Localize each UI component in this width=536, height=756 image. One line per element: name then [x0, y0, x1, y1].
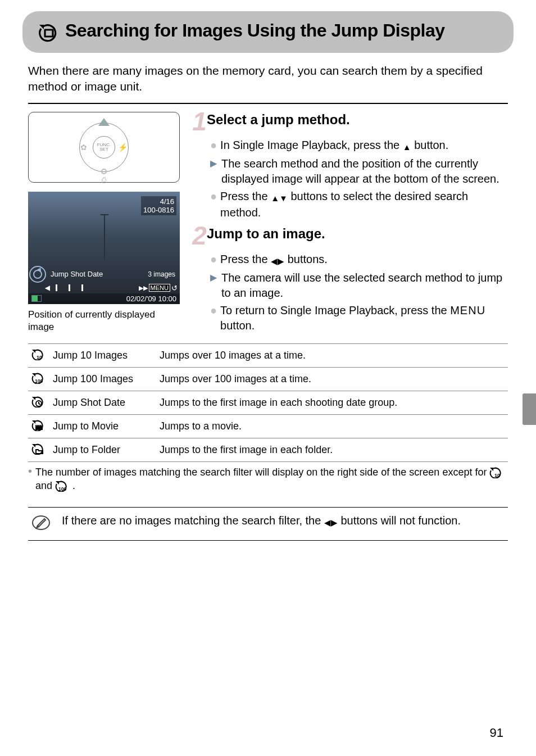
bullet-icon: ● [210, 138, 217, 152]
note-box: If there are no images matching the sear… [28, 507, 508, 541]
left-arrow-icon [271, 253, 278, 268]
step-number-2: 2 [190, 223, 209, 248]
left-skip-icon: ▶ [45, 284, 50, 292]
jump-10-desc: Jumps over 10 images at a time. [156, 343, 508, 367]
step-2-bullet-2: The camera will use the selected search … [221, 270, 508, 301]
intro-paragraph: When there are many images on the memory… [28, 63, 508, 95]
print-icon: ⎙ [102, 175, 106, 184]
svg-text:100: 100 [35, 378, 43, 384]
jump-folder-desc: Jumps to the first image in each folder. [156, 438, 508, 461]
up-arrow-icon [271, 190, 279, 205]
undo-icon: ↺ [171, 284, 178, 292]
main-content: FUNC. SET ✿ ⚡ ⎙ 4/16 100-0816 Jump Shot … [28, 112, 508, 336]
jump-date-icon [28, 391, 49, 414]
svg-text:100: 100 [58, 486, 66, 492]
right-column: 1 Select a jump method. ● In Single Imag… [190, 112, 508, 336]
match-count: 3 images [148, 270, 178, 278]
left-arrow-icon [324, 514, 331, 529]
jump-date-desc: Jumps to the first image in each shootin… [156, 391, 508, 414]
jump-date-name: Jump Shot Date [49, 391, 156, 414]
histogram-icon [31, 295, 42, 302]
jump-10-name: Jump 10 Images [49, 343, 156, 367]
page-number: 91 [490, 726, 503, 740]
jump-10-icon: 10 [28, 343, 49, 367]
svg-rect-4 [35, 426, 43, 430]
position-bar [50, 286, 135, 290]
camera-lcd-screenshot: 4/16 100-0816 Jump Shot Date 3 images ▶ … [28, 192, 180, 304]
right-arrow-icon [278, 253, 284, 268]
image-counter: 4/16 [143, 197, 174, 206]
jump-movie-desc: Jumps to a movie. [156, 414, 508, 438]
table-footnote: • The number of images matching the sear… [28, 465, 508, 493]
func-set-label: FUNC. SET [93, 136, 115, 159]
svg-rect-8 [39, 425, 40, 425]
menu-badge: MENU [149, 284, 170, 292]
svg-rect-0 [45, 30, 53, 37]
step-number-1: 1 [190, 108, 209, 134]
screenshot-caption: Position of currently displayed image [28, 309, 180, 333]
left-column: FUNC. SET ✿ ⚡ ⎙ 4/16 100-0816 Jump Shot … [28, 112, 180, 336]
jump-shot-date-icon [29, 266, 46, 283]
section-tab [523, 393, 536, 425]
up-arrow-icon [403, 139, 411, 154]
table-row: 10 Jump 10 Images Jumps over 10 images a… [28, 343, 508, 367]
dpad-up-icon [98, 118, 110, 126]
result-icon: ▶ [210, 156, 217, 171]
table-row: Jump Shot Date Jumps to the first image … [28, 391, 508, 414]
jump-100-icon: 100 [28, 367, 49, 391]
page-header: Searching for Images Using the Jump Disp… [22, 11, 514, 53]
step-1-bullet-3: Press the buttons to select the desired … [220, 189, 508, 220]
step-1-header: 1 Select a jump method. [190, 112, 508, 134]
jump-folder-icon [28, 438, 49, 461]
right-arrow-icon [331, 514, 338, 529]
step-2-header: 2 Jump to an image. [190, 226, 508, 248]
dpad-down-icon [101, 169, 107, 174]
dpad-diagram: FUNC. SET ✿ ⚡ ⎙ [28, 112, 180, 183]
table-row: 100 Jump 100 Images Jumps over 100 image… [28, 367, 508, 391]
jump-movie-icon [28, 414, 49, 438]
jump-methods-table: 10 Jump 10 Images Jumps over 10 images a… [28, 343, 508, 462]
step-1-title: Select a jump method. [207, 112, 350, 128]
divider [28, 103, 508, 104]
svg-rect-6 [36, 425, 37, 425]
svg-rect-9 [41, 425, 42, 425]
note-text: If there are no images matching the sear… [62, 513, 461, 535]
dpad-right-icon: ⚡ [118, 143, 128, 152]
down-arrow-icon [279, 190, 288, 205]
jump-mode-label: Jump Shot Date [51, 270, 103, 278]
bullet-icon: ● [210, 189, 217, 203]
jump-header-icon [37, 21, 60, 44]
svg-text:10: 10 [37, 355, 42, 360]
svg-text:10: 10 [494, 473, 500, 478]
datetime-label: 02/02/'09 10:00 [126, 295, 176, 303]
step-1-bullet-1: In Single Image Playback, press the butt… [220, 138, 448, 154]
jump-folder-name: Jump to Folder [49, 438, 156, 461]
table-row: Jump to Folder Jumps to the first image … [28, 438, 508, 461]
file-number: 100-0816 [143, 206, 174, 214]
pencil-note-icon [31, 513, 51, 535]
skip-icon: ▶▶ [139, 284, 148, 292]
jump-100-desc: Jumps over 100 images at a time. [156, 367, 508, 391]
page-title: Searching for Images Using the Jump Disp… [65, 20, 445, 41]
bullet-icon: ● [210, 303, 217, 318]
step-2-bullet-3: To return to Single Image Playback, pres… [220, 303, 508, 333]
svg-rect-7 [38, 425, 39, 425]
menu-word: MENU [450, 304, 485, 316]
step-1-bullet-2: The search method and the position of th… [221, 156, 508, 187]
jump-movie-name: Jump to Movie [49, 414, 156, 438]
bullet-icon: ● [210, 252, 217, 266]
result-icon: ▶ [210, 270, 217, 285]
dpad-left-icon: ✿ [80, 143, 87, 152]
step-2-bullet-1: Press the buttons. [220, 252, 328, 268]
jump-100-name: Jump 100 Images [49, 367, 156, 391]
table-row: Jump to Movie Jumps to a movie. [28, 414, 508, 438]
step-2-title: Jump to an image. [207, 226, 325, 242]
